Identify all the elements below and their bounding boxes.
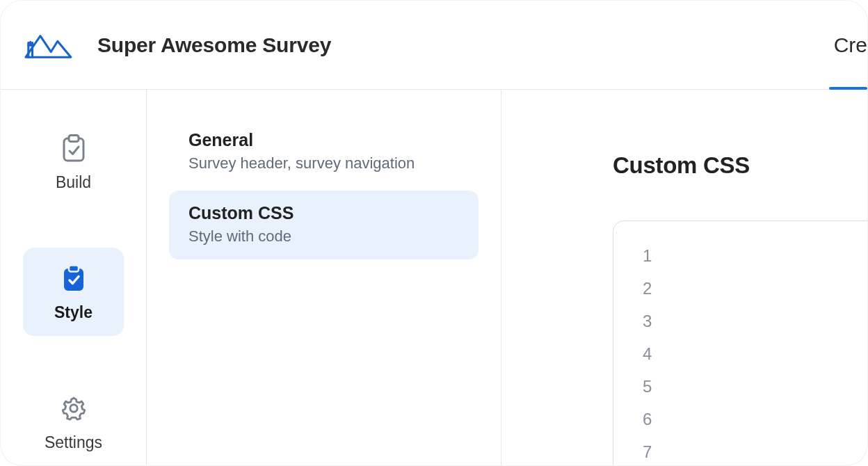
main: Build Style Settings Ge bbox=[1, 90, 867, 465]
subpanel-item-general[interactable]: General Survey header, survey navigation bbox=[169, 118, 479, 186]
editor-gutter: 1 2 3 4 5 6 7 bbox=[613, 239, 662, 465]
line-number: 2 bbox=[613, 272, 662, 305]
sidebar-item-label: Build bbox=[56, 173, 91, 192]
svg-rect-1 bbox=[69, 136, 79, 142]
style-subpanel: General Survey header, survey navigation… bbox=[147, 90, 501, 465]
clipboard-check-icon bbox=[61, 133, 87, 163]
subpanel-item-custom-css[interactable]: Custom CSS Style with code bbox=[169, 191, 479, 259]
survey-title: Super Awesome Survey bbox=[97, 33, 331, 57]
line-number: 7 bbox=[613, 435, 662, 465]
app-logo bbox=[22, 29, 74, 61]
line-number: 1 bbox=[613, 239, 662, 272]
sidebar-item-style[interactable]: Style bbox=[23, 248, 124, 336]
css-editor[interactable]: 1 2 3 4 5 6 7 bbox=[613, 220, 867, 465]
sidebar: Build Style Settings bbox=[1, 90, 147, 465]
line-number: 3 bbox=[613, 305, 662, 337]
svg-rect-3 bbox=[69, 266, 79, 272]
subpanel-item-title: General bbox=[188, 130, 459, 150]
sidebar-item-label: Settings bbox=[45, 433, 102, 452]
content-area: Custom CSS 1 2 3 4 5 6 7 bbox=[501, 90, 867, 465]
subpanel-item-desc: Survey header, survey navigation bbox=[188, 154, 459, 172]
svg-point-4 bbox=[70, 405, 77, 412]
line-number: 5 bbox=[613, 370, 662, 403]
line-number: 6 bbox=[613, 403, 662, 435]
sidebar-item-build[interactable]: Build bbox=[23, 118, 124, 206]
clipboard-check-filled-icon bbox=[61, 263, 87, 294]
header-tab-create[interactable]: Cre bbox=[820, 1, 867, 89]
content-heading: Custom CSS bbox=[613, 152, 867, 179]
header-tab-label: Cre bbox=[834, 33, 867, 57]
sidebar-item-settings[interactable]: Settings bbox=[23, 378, 124, 466]
gear-icon bbox=[61, 393, 87, 424]
line-number: 4 bbox=[613, 337, 662, 370]
header: Super Awesome Survey Cre bbox=[1, 1, 867, 90]
sidebar-item-label: Style bbox=[54, 303, 93, 322]
subpanel-item-title: Custom CSS bbox=[188, 203, 459, 223]
subpanel-item-desc: Style with code bbox=[188, 227, 459, 246]
